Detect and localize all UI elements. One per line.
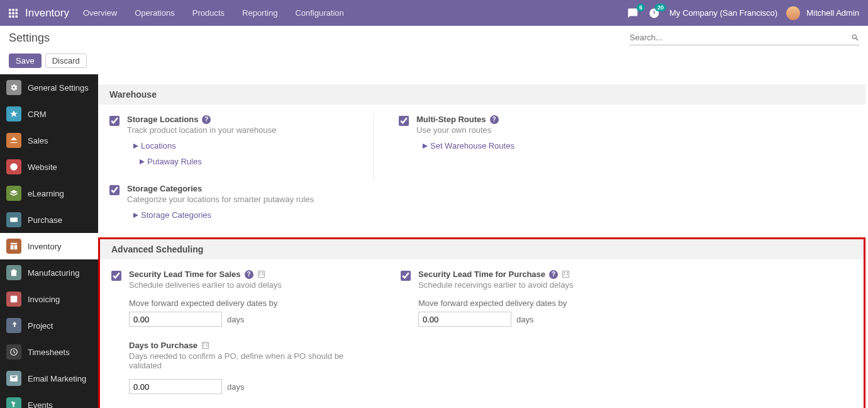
svg-rect-20 (262, 275, 264, 276)
sidebar-item-inventory[interactable]: Inventory (0, 233, 98, 259)
arrow-right-icon (133, 213, 138, 218)
sidebar-icon (6, 397, 21, 408)
sidebar-icon (6, 212, 21, 227)
putaway-rules-link[interactable]: Putaway Rules (140, 157, 354, 166)
nav-configuration[interactable]: Configuration (295, 8, 343, 18)
sidebar-item-invoicing[interactable]: Invoicing (0, 286, 98, 312)
user-name: Mitchell Admin (806, 8, 859, 18)
company-selector[interactable]: My Company (San Francisco) (669, 8, 777, 18)
svg-rect-18 (262, 272, 264, 273)
storage-categories-link[interactable]: Storage Categories (133, 210, 374, 220)
arrow-right-icon (140, 159, 145, 164)
sidebar-icon (6, 239, 21, 254)
sidebar-item-elearning[interactable]: eLearning (0, 180, 98, 207)
sales-lead-label: Security Lead Time for Sales (129, 269, 241, 279)
purchase-lead-checkbox[interactable] (401, 271, 411, 281)
svg-point-9 (10, 163, 18, 171)
sidebar-item-general-settings[interactable]: General Settings (0, 74, 98, 101)
sidebar-icon (6, 265, 21, 280)
user-menu[interactable]: Mitchell Admin (786, 6, 859, 20)
help-icon[interactable]: ? (549, 270, 558, 279)
sidebar-item-timesheets[interactable]: Timesheets (0, 339, 98, 365)
sidebar-item-label: Sales (28, 136, 48, 145)
days-unit: days (227, 315, 244, 324)
topbar: Inventory Overview Operations Products R… (0, 0, 868, 26)
search-icon[interactable] (851, 33, 859, 42)
svg-rect-11 (11, 296, 18, 303)
storage-locations-checkbox[interactable] (109, 116, 120, 126)
sidebar-item-label: General Settings (28, 83, 89, 93)
search-wrap (630, 30, 859, 45)
svg-rect-1 (12, 9, 14, 11)
sidebar-item-email-marketing[interactable]: Email Marketing (0, 365, 98, 392)
section-warehouse-title: Warehouse (98, 84, 865, 105)
sidebar-item-website[interactable]: Website (0, 154, 98, 180)
svg-rect-10 (10, 218, 18, 222)
sidebar-icon (6, 292, 21, 307)
chat-icon[interactable]: 5 (626, 7, 639, 20)
sidebar-item-label: Project (28, 321, 53, 331)
svg-rect-23 (206, 343, 208, 344)
sidebar-item-purchase[interactable]: Purchase (0, 207, 98, 233)
svg-rect-24 (203, 346, 204, 347)
nav-menu: Overview Operations Products Reporting C… (83, 8, 344, 18)
building-icon (257, 270, 265, 278)
sales-lead-input[interactable] (129, 312, 222, 327)
days-purchase-input[interactable] (129, 379, 222, 394)
days-unit: days (227, 382, 244, 392)
app-title[interactable]: Inventory (25, 7, 69, 20)
arrow-right-icon (423, 144, 428, 149)
activity-icon[interactable]: 20 (648, 7, 660, 20)
sidebar-item-label: Inventory (28, 242, 61, 251)
storage-categories-label: Storage Categories (127, 184, 202, 193)
apps-icon[interactable] (9, 9, 18, 18)
nav-products[interactable]: Products (192, 8, 225, 18)
multistep-routes-desc: Use your own routes (416, 125, 663, 135)
activity-badge: 20 (655, 4, 666, 11)
multistep-routes-checkbox[interactable] (399, 116, 409, 126)
svg-rect-4 (12, 12, 14, 14)
svg-rect-5 (16, 12, 18, 14)
multistep-routes-label: Multi-Step Routes (416, 115, 486, 124)
days-purchase-desc: Days needed to confirm a PO, define when… (129, 351, 376, 370)
help-icon[interactable]: ? (490, 115, 499, 124)
arrow-right-icon (133, 144, 138, 149)
nav-reporting[interactable]: Reporting (242, 8, 277, 18)
building-icon (201, 341, 209, 349)
days-unit: days (516, 315, 533, 324)
svg-rect-21 (203, 343, 209, 349)
sidebar-item-sales[interactable]: Sales (0, 127, 98, 154)
sidebar-icon (6, 344, 21, 360)
svg-rect-19 (259, 275, 260, 276)
help-icon[interactable]: ? (245, 270, 253, 279)
nav-overview[interactable]: Overview (83, 8, 117, 18)
sidebar-item-crm[interactable]: CRM (0, 101, 98, 127)
sidebar-icon (6, 186, 21, 201)
svg-rect-26 (563, 271, 569, 278)
set-warehouse-routes-link[interactable]: Set Warehouse Routes (423, 141, 663, 150)
sidebar-icon (6, 318, 21, 333)
discard-button[interactable]: Discard (45, 54, 87, 68)
storage-categories-desc: Categorize your locations for smarter pu… (127, 195, 374, 204)
sidebar-item-manufacturing[interactable]: Manufacturing (0, 259, 98, 286)
svg-rect-6 (9, 15, 11, 18)
days-purchase-label: Days to Purchase (129, 341, 198, 350)
purchase-lead-input[interactable] (418, 312, 511, 327)
sidebar-icon (6, 371, 21, 386)
sidebar-item-label: Manufacturing (28, 268, 79, 278)
action-bar: Save Discard (0, 50, 868, 74)
subhead: Settings (0, 26, 868, 50)
save-button[interactable]: Save (9, 54, 42, 68)
sidebar-icon (6, 133, 21, 148)
nav-operations[interactable]: Operations (135, 8, 175, 18)
page-title: Settings (9, 31, 50, 45)
search-input[interactable] (630, 33, 851, 42)
sales-lead-checkbox[interactable] (111, 271, 121, 281)
svg-rect-27 (564, 272, 565, 273)
sidebar-item-events[interactable]: Events (0, 392, 98, 408)
storage-categories-checkbox[interactable] (109, 185, 120, 195)
sidebar-item-project[interactable]: Project (0, 312, 98, 339)
locations-link[interactable]: Locations (133, 141, 354, 150)
help-icon[interactable]: ? (202, 115, 211, 124)
svg-rect-0 (9, 9, 11, 11)
